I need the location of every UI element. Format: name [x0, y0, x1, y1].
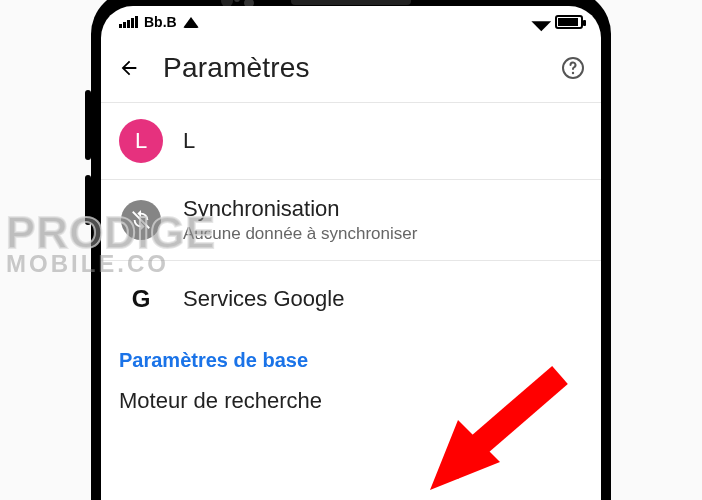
cellular-signal-icon: [119, 16, 138, 28]
page-title: Paramètres: [163, 52, 539, 84]
google-services-row[interactable]: G Services Google: [101, 261, 601, 337]
status-bar: Bb.B: [101, 6, 601, 38]
earpiece-speaker: [291, 0, 411, 5]
sync-label: Synchronisation: [183, 196, 583, 222]
avatar-initial: L: [135, 128, 147, 154]
section-basic-params: Paramètres de base: [101, 337, 601, 378]
search-engine-row[interactable]: Moteur de recherche: [101, 378, 601, 434]
svg-point-1: [572, 72, 574, 74]
google-services-label: Services Google: [183, 286, 583, 312]
search-engine-label: Moteur de recherche: [119, 388, 322, 413]
back-button[interactable]: [115, 54, 143, 82]
phone-frame: Bb.B Paramètres: [91, 0, 611, 500]
screen: Bb.B Paramètres: [101, 6, 601, 500]
account-name: L: [183, 128, 583, 154]
avatar: L: [119, 119, 163, 163]
sync-sublabel: Aucune donnée à synchroniser: [183, 224, 583, 244]
location-send-icon: [531, 11, 551, 31]
account-row[interactable]: L L: [101, 103, 601, 179]
app-header: Paramètres: [101, 38, 601, 102]
sync-row[interactable]: Synchronisation Aucune donnée à synchron…: [101, 180, 601, 260]
side-button: [85, 175, 91, 225]
arrow-left-icon: [118, 57, 140, 79]
google-g-icon: G: [132, 285, 151, 313]
sync-off-icon: [121, 200, 161, 240]
wifi-icon: [183, 17, 199, 28]
side-button: [85, 90, 91, 160]
help-button[interactable]: [559, 54, 587, 82]
help-icon: [561, 56, 585, 80]
carrier-label: Bb.B: [144, 14, 177, 30]
battery-icon: [555, 15, 583, 29]
